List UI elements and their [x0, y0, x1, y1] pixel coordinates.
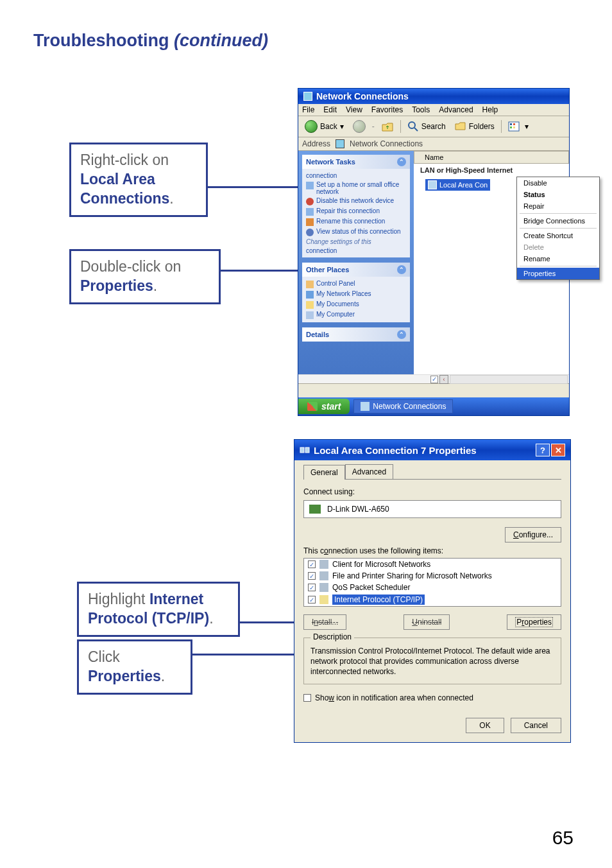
- local-area-connection[interactable]: Local Area Con: [425, 179, 490, 191]
- ctx-delete: Delete: [517, 241, 599, 253]
- t: Client for Microsoft Networks: [332, 560, 430, 569]
- list-item: ✓File and Printer Sharing for Microsoft …: [304, 570, 561, 582]
- taskbar-item[interactable]: Network Connections: [353, 399, 453, 413]
- connection-icon: [300, 445, 310, 455]
- t: Search: [421, 122, 446, 131]
- t: onfigure...: [519, 530, 553, 539]
- menu-edit[interactable]: Edit: [323, 105, 337, 114]
- window-titlebar[interactable]: Network Connections: [298, 89, 569, 104]
- ctx-repair[interactable]: Repair: [517, 200, 599, 212]
- callout-rightclick: Right-click on Local Area Connections.: [69, 143, 208, 217]
- share-icon: [319, 571, 328, 580]
- client-icon: [319, 560, 328, 569]
- list-item-tcpip: ✓Internet Protocol (TCP/IP): [304, 593, 561, 606]
- network-places-icon: [306, 291, 314, 299]
- checkbox[interactable]: ✓: [308, 572, 316, 580]
- status-icon: [306, 229, 314, 236]
- search-button[interactable]: Search: [405, 119, 448, 134]
- scroll-left[interactable]: ‹: [439, 375, 448, 384]
- t[interactable]: My Network Places: [316, 290, 371, 297]
- dialog-titlebar[interactable]: Local Area Connection 7 Properties ? ✕: [294, 440, 570, 460]
- t[interactable]: connection: [306, 247, 337, 254]
- svg-rect-7: [300, 447, 304, 453]
- menu-view[interactable]: View: [346, 105, 362, 114]
- close-button[interactable]: ✕: [551, 444, 565, 456]
- up-button[interactable]: [378, 119, 396, 134]
- menu-advanced[interactable]: Advanced: [439, 105, 473, 114]
- show-icon-checkbox[interactable]: [303, 694, 311, 702]
- t: Other Places: [306, 266, 349, 273]
- menu-file[interactable]: File: [302, 105, 314, 114]
- folders-icon: [455, 121, 466, 132]
- network-icon: [361, 402, 370, 411]
- views-button[interactable]: ▾: [506, 119, 531, 134]
- folders-button[interactable]: Folders: [452, 119, 497, 134]
- panel-head[interactable]: Details⌃: [302, 327, 410, 342]
- start-button[interactable]: start: [298, 399, 350, 414]
- fwd-button[interactable]: [350, 119, 368, 134]
- t[interactable]: Repair this connection: [316, 207, 380, 214]
- address-value[interactable]: Network Connections: [350, 139, 423, 148]
- t[interactable]: My Computer: [316, 311, 355, 318]
- windows-flag-icon: [307, 402, 318, 411]
- ctx-disable[interactable]: Disable: [517, 177, 599, 189]
- chevron-up-icon: ⌃: [397, 265, 406, 274]
- t[interactable]: Control Panel: [316, 280, 355, 287]
- t[interactable]: Rename this connection: [316, 218, 385, 225]
- configure-button[interactable]: Configure...: [505, 527, 561, 542]
- install-button[interactable]: Install...: [303, 614, 346, 630]
- address-label: Address: [302, 139, 330, 148]
- ctx-status[interactable]: Status: [517, 189, 599, 200]
- t[interactable]: connection: [306, 172, 337, 179]
- conn-items-label: nnection uses the following items:: [328, 546, 443, 555]
- folder-up-icon: [381, 120, 394, 133]
- t[interactable]: My Documents: [316, 300, 359, 308]
- search-icon: [407, 121, 419, 132]
- t: Back: [320, 122, 337, 131]
- t: File and Printer Sharing for Microsoft N…: [332, 571, 492, 580]
- control-panel-icon: [306, 281, 314, 288]
- t[interactable]: Set up a home or small office network: [316, 181, 406, 195]
- t[interactable]: Change settings of this: [306, 238, 371, 245]
- tcpip-icon: [319, 595, 328, 604]
- checkbox[interactable]: ✓: [308, 560, 316, 568]
- description-text: Transmission Control Protocol/Internet P…: [310, 646, 554, 677]
- disable-icon: [306, 198, 314, 205]
- cancel-button[interactable]: Cancel: [511, 718, 561, 733]
- ctx-shortcut[interactable]: Create Shortcut: [517, 230, 599, 241]
- t[interactable]: Internet Protocol (TCP/IP): [332, 595, 425, 605]
- col-header[interactable]: Name: [414, 151, 569, 164]
- t[interactable]: View status of this connection: [316, 228, 401, 235]
- ctx-bridge[interactable]: Bridge Connections: [517, 215, 599, 227]
- panel-head[interactable]: Other Places⌃: [302, 263, 410, 277]
- views-icon: [508, 121, 522, 132]
- tab-general[interactable]: General: [303, 465, 345, 480]
- menu-tools[interactable]: Tools: [412, 105, 430, 114]
- t[interactable]: Disable this network device: [316, 197, 394, 204]
- chevron-up-icon: ⌃: [397, 330, 406, 339]
- ctx-rename[interactable]: Rename: [517, 253, 599, 265]
- panel-head[interactable]: Network Tasks⌃: [302, 155, 410, 169]
- ctx-properties[interactable]: Properties: [517, 268, 599, 279]
- tab-advanced[interactable]: Advanced: [345, 464, 393, 479]
- menu-help[interactable]: Help: [482, 105, 498, 114]
- svg-rect-6: [513, 126, 515, 128]
- description-fieldset: Description Transmission Control Protoco…: [303, 638, 561, 684]
- checkbox[interactable]: ✓: [308, 584, 316, 591]
- properties-button[interactable]: Properties: [507, 614, 561, 630]
- scroll-check[interactable]: ✓: [430, 376, 438, 383]
- help-button[interactable]: ?: [536, 444, 550, 456]
- ok-button[interactable]: OK: [466, 718, 504, 733]
- fwd-icon: [353, 120, 366, 133]
- col-name: Name: [425, 153, 443, 161]
- uninstall-button[interactable]: Uninstall: [404, 614, 450, 630]
- back-button[interactable]: Back ▾: [302, 119, 346, 134]
- items-list[interactable]: ✓Client for Microsoft Networks ✓File and…: [303, 558, 561, 607]
- callout-highlight: Highlight Internet Protocol (TCP/IP).: [77, 582, 240, 637]
- menubar: File Edit View Favorites Tools Advanced …: [298, 104, 569, 116]
- checkbox[interactable]: ✓: [308, 596, 316, 603]
- page-title: Troubleshooting (continued): [33, 31, 268, 51]
- context-menu: Disable Status Repair Bridge Connections…: [516, 177, 600, 280]
- menu-favorites[interactable]: Favorites: [371, 105, 403, 114]
- configure-row: Configure...: [303, 527, 561, 542]
